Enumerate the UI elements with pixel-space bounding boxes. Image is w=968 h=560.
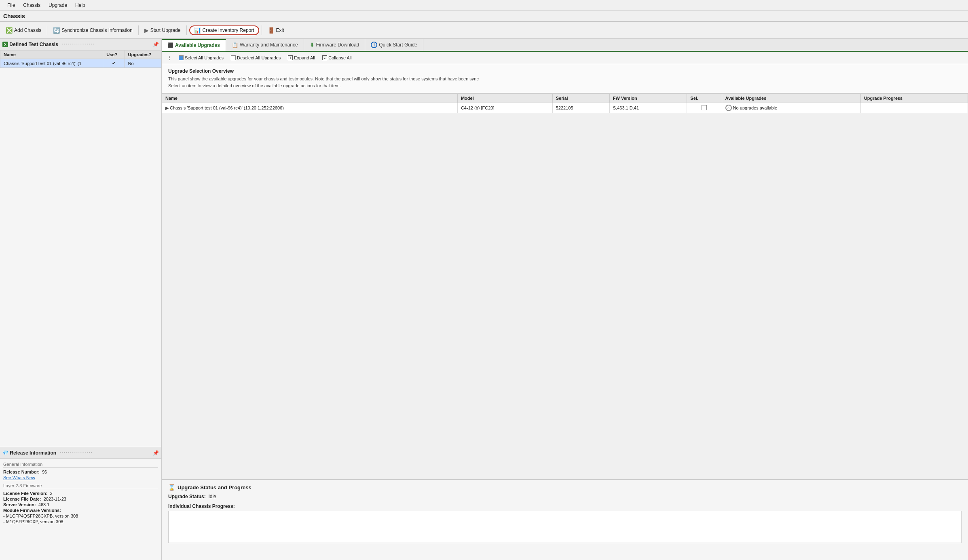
- module-fw-v2: - M1QSFP28CXP, version 308: [3, 519, 158, 524]
- tab-quick-start[interactable]: i Quick Start Guide: [365, 39, 423, 51]
- chassis-panel-title: Defined Test Chassis: [9, 42, 58, 47]
- warranty-icon: 📋: [232, 42, 238, 48]
- col-upgrade-progress: Upgrade Progress: [860, 94, 968, 103]
- menubar: File Chassis Upgrade Help: [0, 0, 968, 11]
- chassis-header-dots: ·················: [58, 42, 153, 46]
- tab-firmware-download[interactable]: ⬇ Firmware Download: [304, 39, 366, 51]
- hourglass-icon: ⌛: [168, 484, 175, 491]
- select-all-button[interactable]: Select All Upgrades: [176, 55, 226, 61]
- see-whats-new-link[interactable]: See Whats New: [3, 475, 35, 480]
- deselect-all-checkbox: [231, 55, 236, 60]
- menu-file[interactable]: File: [3, 2, 19, 9]
- exit-button[interactable]: 🚪 Exit: [264, 26, 287, 35]
- add-chassis-label: Add Chassis: [14, 27, 41, 33]
- release-panel: 💎 Release Information ················· …: [0, 447, 161, 560]
- row-sel[interactable]: [687, 103, 722, 113]
- chassis-col-upgrades: Upgrades?: [125, 51, 161, 59]
- layer-fw-title: Layer 2-3 Firmware: [3, 483, 158, 489]
- overview-desc1: This panel show the available upgrades f…: [168, 76, 962, 82]
- add-chassis-button[interactable]: ❎ Add Chassis: [2, 26, 44, 35]
- row-serial: 5222105: [552, 103, 609, 113]
- expand-all-button[interactable]: + Expand All: [285, 55, 317, 61]
- upgrade-status-header: ⌛ Upgrade Status and Progress: [168, 484, 962, 491]
- right-panel: ⬛ Available Upgrades 📋 Warranty and Main…: [162, 39, 968, 560]
- upgrade-status-label: Upgrade Status:: [168, 494, 206, 499]
- server-version-row: Server Version: 463.1: [3, 502, 158, 507]
- collapse-all-button[interactable]: - Collapse All: [320, 55, 354, 61]
- row-available-upgrades-text: No upgrades available: [733, 105, 777, 110]
- chassis-row[interactable]: Chassis 'Support test 01 (val-96 rc4)' (…: [0, 59, 161, 68]
- see-whats-new-row: See Whats New: [3, 475, 158, 480]
- expand-arrow-icon[interactable]: ▶: [165, 105, 169, 110]
- tab-warranty[interactable]: 📋 Warranty and Maintenance: [226, 39, 304, 51]
- no-upgrades-icon: ○: [725, 105, 732, 111]
- row-sel-checkbox[interactable]: [702, 105, 707, 110]
- available-upgrades-label: Available Upgrades: [175, 42, 220, 48]
- menu-chassis[interactable]: Chassis: [19, 2, 44, 9]
- release-number-row: Release Number: 96: [3, 469, 158, 474]
- left-panel: X Defined Test Chassis ·················…: [0, 39, 162, 560]
- expand-all-icon: +: [288, 55, 293, 60]
- overview-title: Upgrade Selection Overview: [168, 68, 962, 74]
- license-version-label: License File Version:: [3, 491, 47, 496]
- data-table: Name Model Serial FW Version Sel. Availa…: [162, 93, 968, 113]
- module-fw-label: Module Firmware Versions:: [3, 508, 61, 513]
- license-version-value: 2: [49, 491, 53, 496]
- warranty-label: Warranty and Maintenance: [240, 42, 298, 48]
- app-title: Chassis: [0, 11, 968, 22]
- chassis-panel-header: X Defined Test Chassis ·················…: [0, 39, 161, 50]
- sync-chassis-button[interactable]: 🔄 Synchronize Chassis Information: [50, 26, 135, 35]
- chassis-col-use: Use?: [103, 51, 125, 59]
- chassis-row-use: ✔: [103, 59, 125, 68]
- select-all-label: Select All Upgrades: [185, 55, 224, 60]
- upgrade-status-row: Upgrade Status: Idle: [168, 494, 962, 499]
- chassis-table: Name Use? Upgrades? Chassis 'Support tes…: [0, 50, 161, 447]
- tab-available-upgrades[interactable]: ⬛ Available Upgrades: [162, 39, 226, 51]
- toolbar-separator-2: [138, 25, 139, 35]
- upgrade-area: ⋮ Select All Upgrades Deselect All Upgra…: [162, 52, 968, 479]
- sync-label: Synchronize Chassis Information: [61, 27, 132, 33]
- toolbar-separator-3: [186, 25, 187, 35]
- row-name: ▶ Chassis 'Support test 01 (val-96 rc4)'…: [162, 103, 458, 113]
- create-report-label: Create Inventory Report: [203, 27, 254, 33]
- license-date-value: 2023-11-23: [42, 497, 66, 501]
- release-number-val: 96: [42, 469, 47, 474]
- upgrade-status-section-title: Upgrade Status and Progress: [178, 484, 252, 491]
- release-panel-header: 💎 Release Information ················· …: [0, 447, 161, 459]
- release-icon: 💎: [2, 450, 8, 456]
- release-pin-icon[interactable]: 📌: [153, 450, 159, 456]
- col-model: Model: [457, 94, 552, 103]
- col-name: Name: [162, 94, 458, 103]
- expand-all-label: Expand All: [294, 55, 315, 60]
- progress-box: [168, 511, 962, 543]
- chassis-col-name: Name: [0, 51, 103, 59]
- menu-upgrade[interactable]: Upgrade: [44, 2, 71, 9]
- create-report-button[interactable]: 📊 Create Inventory Report: [189, 25, 259, 35]
- deselect-all-button[interactable]: Deselect All Upgrades: [228, 55, 283, 61]
- upgrade-status-value: Idle: [207, 494, 216, 499]
- license-version-row: License File Version: 2: [3, 491, 158, 496]
- main-layout: X Defined Test Chassis ·················…: [0, 39, 968, 560]
- table-row[interactable]: ▶ Chassis 'Support test 01 (val-96 rc4)'…: [162, 103, 968, 113]
- upgrade-status-section: ⌛ Upgrade Status and Progress Upgrade St…: [162, 479, 968, 560]
- release-number-label: Release Number:: [3, 469, 40, 474]
- col-sel: Sel.: [687, 94, 722, 103]
- menu-dots-icon[interactable]: ⋮: [165, 54, 174, 62]
- menu-help[interactable]: Help: [71, 2, 89, 9]
- data-table-wrap: Name Model Serial FW Version Sel. Availa…: [162, 93, 968, 479]
- individual-progress-section: Individual Chassis Progress:: [168, 503, 962, 543]
- chassis-header-icon: X: [2, 42, 8, 47]
- chassis-pin-icon[interactable]: 📌: [153, 42, 159, 47]
- row-model: C4-12 (b) [FC20]: [457, 103, 552, 113]
- start-upgrade-icon: ▶: [144, 27, 149, 34]
- toolbar-separator-4: [262, 25, 262, 35]
- start-upgrade-button[interactable]: ▶ Start Upgrade: [141, 26, 184, 35]
- info-icon: i: [371, 42, 377, 48]
- server-version-label: Server Version:: [3, 502, 36, 507]
- release-header-dots: ·················: [56, 451, 153, 455]
- exit-label: Exit: [276, 27, 284, 33]
- row-available-upgrades: ○ No upgrades available: [722, 103, 860, 113]
- progress-label: Individual Chassis Progress:: [168, 503, 962, 509]
- module-fw-v1: - M1CFP4QSFP28CXPB, version 308: [3, 514, 158, 518]
- toolbar: ❎ Add Chassis 🔄 Synchronize Chassis Info…: [0, 22, 968, 39]
